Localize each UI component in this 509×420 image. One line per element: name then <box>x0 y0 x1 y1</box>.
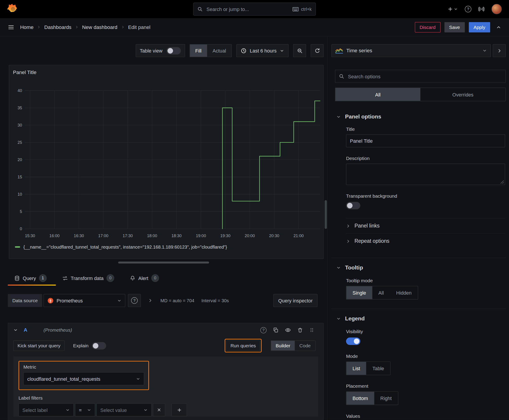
new-menu-button[interactable] <box>448 7 458 12</box>
chevron-down-icon <box>136 377 140 381</box>
fill-button[interactable]: Fill <box>190 45 207 57</box>
chevron-right-icon <box>346 224 350 228</box>
panel-links-header[interactable]: Panel links <box>346 218 505 233</box>
save-button[interactable]: Save <box>444 22 465 32</box>
global-search-input[interactable] <box>206 6 289 12</box>
value-select-placeholder: Select value <box>100 407 127 413</box>
duplicate-query-icon[interactable] <box>273 327 279 333</box>
zoom-out-button[interactable] <box>293 44 306 57</box>
delete-query-icon[interactable] <box>297 327 303 333</box>
query-datasource-hint: (Prometheus) <box>44 327 72 332</box>
svg-text:25: 25 <box>17 140 22 145</box>
label-select[interactable]: Select label <box>18 403 74 416</box>
remove-filter-button[interactable] <box>153 403 165 416</box>
value-select[interactable]: Select value <box>97 403 152 416</box>
tab-alert[interactable]: Alert 0 <box>123 270 168 286</box>
panel-description-input[interactable] <box>346 164 505 185</box>
drag-query-icon[interactable] <box>309 327 314 332</box>
builder-button[interactable]: Builder <box>271 341 295 351</box>
metric-select[interactable]: cloudflared_tunnel_total_requests <box>23 372 144 385</box>
breadcrumb-new-dashboard[interactable]: New dashboard <box>82 24 117 30</box>
tooltip-mode-hidden[interactable]: Hidden <box>390 286 418 299</box>
collapse-options-button[interactable] <box>493 44 506 57</box>
visualization-picker[interactable]: Time series <box>332 44 491 57</box>
legend-header[interactable]: Legend <box>336 315 505 322</box>
legend-mode-label: Mode <box>346 354 505 359</box>
time-range-label: Last 6 hours <box>250 48 276 53</box>
global-search-bar[interactable]: ctrl+k <box>193 3 316 16</box>
legend-placement-right[interactable]: Right <box>374 392 398 405</box>
table-view-switch[interactable] <box>166 47 181 54</box>
query-options-expand-icon[interactable] <box>148 298 153 303</box>
help-button[interactable]: ? <box>465 6 471 12</box>
menu-toggle-button[interactable] <box>6 22 16 32</box>
legend-mode-list[interactable]: List <box>346 362 366 375</box>
options-search[interactable] <box>335 70 506 83</box>
explain-switch[interactable] <box>92 342 106 349</box>
refresh-button[interactable] <box>311 44 324 57</box>
svg-text:15: 15 <box>17 175 22 179</box>
tab-all[interactable]: All <box>335 88 420 101</box>
search-shortcut-label: ctrl+k <box>301 7 311 12</box>
query-ref-id[interactable]: A <box>24 327 27 333</box>
hide-query-icon[interactable] <box>285 327 291 333</box>
tooltip-mode-all[interactable]: All <box>372 286 390 299</box>
scrollbar-thumb[interactable] <box>325 200 327 229</box>
legend-swatch <box>15 246 20 248</box>
news-button[interactable] <box>479 6 484 12</box>
hamburger-icon <box>8 24 14 30</box>
collapse-query-icon[interactable] <box>13 328 18 332</box>
operator-select[interactable]: = <box>75 403 95 416</box>
chevron-down-icon <box>454 7 458 11</box>
description-wrap <box>346 164 505 185</box>
breadcrumb-dashboards[interactable]: Dashboards <box>44 24 71 30</box>
tab-query[interactable]: Query 1 <box>8 270 56 286</box>
visibility-label: Visibility <box>346 329 505 334</box>
chart-legend[interactable]: {__name__="cloudflared_tunnel_total_requ… <box>15 244 227 249</box>
query-help-icon[interactable]: ? <box>260 327 266 333</box>
code-button[interactable]: Code <box>295 341 315 351</box>
tab-overrides[interactable]: Overrides <box>420 88 505 101</box>
kick-start-button[interactable]: Kick start your query <box>13 340 65 351</box>
datasource-help-button[interactable]: ? <box>128 294 141 307</box>
time-series-viz-icon <box>335 48 343 53</box>
legend-mode-table[interactable]: Table <box>366 362 390 375</box>
datasource-value: Prometheus <box>57 298 83 303</box>
breadcrumb-edit-panel: Edit panel <box>128 24 151 30</box>
legend-placement-bottom[interactable]: Bottom <box>346 392 374 405</box>
transparent-background-switch[interactable] <box>346 202 360 209</box>
time-range-picker[interactable]: Last 6 hours <box>236 44 289 57</box>
time-series-chart[interactable]: 051015202530354015:3016:0016:3017:0017:3… <box>12 83 321 245</box>
discard-button[interactable]: Discard <box>415 22 440 32</box>
options-search-input[interactable] <box>347 73 502 79</box>
chevron-down-icon <box>87 408 91 412</box>
visualization-row: Time series <box>332 44 506 57</box>
panel-title-input[interactable] <box>346 134 505 147</box>
tab-transform-data[interactable]: Transform data 0 <box>56 270 123 286</box>
breadcrumb-home[interactable]: Home <box>20 24 34 30</box>
actual-button[interactable]: Actual <box>207 45 231 57</box>
add-filter-button[interactable] <box>171 403 187 416</box>
chevron-down-icon <box>144 408 148 412</box>
tooltip-mode-single[interactable]: Single <box>346 286 372 299</box>
run-queries-button[interactable]: Run queries <box>226 340 260 351</box>
user-avatar[interactable] <box>492 4 502 14</box>
svg-text:18:00: 18:00 <box>147 233 157 238</box>
apply-button[interactable]: Apply <box>469 22 490 32</box>
query-inspector-button[interactable]: Query inspector <box>273 294 318 307</box>
chevron-down-icon <box>336 265 341 270</box>
tooltip-section: Tooltip Tooltip mode Single All Hidden <box>332 258 506 304</box>
svg-text:30: 30 <box>17 123 22 128</box>
panel-title[interactable]: Panel Title <box>13 69 37 75</box>
panel-options-header[interactable]: Panel options <box>336 113 505 120</box>
repeat-options-header[interactable]: Repeat options <box>346 233 505 249</box>
legend-series-label[interactable]: {__name__="cloudflared_tunnel_total_requ… <box>23 244 227 249</box>
split-drag-handle[interactable] <box>118 262 209 264</box>
collapse-header-button[interactable] <box>494 23 503 32</box>
datasource-picker[interactable]: Prometheus <box>44 294 125 307</box>
table-view-toggle[interactable]: Table view <box>136 44 185 57</box>
plus-icon <box>177 407 182 412</box>
legend-visibility-switch[interactable] <box>346 338 360 345</box>
grafana-logo[interactable] <box>7 4 18 15</box>
tooltip-header[interactable]: Tooltip <box>336 264 505 271</box>
